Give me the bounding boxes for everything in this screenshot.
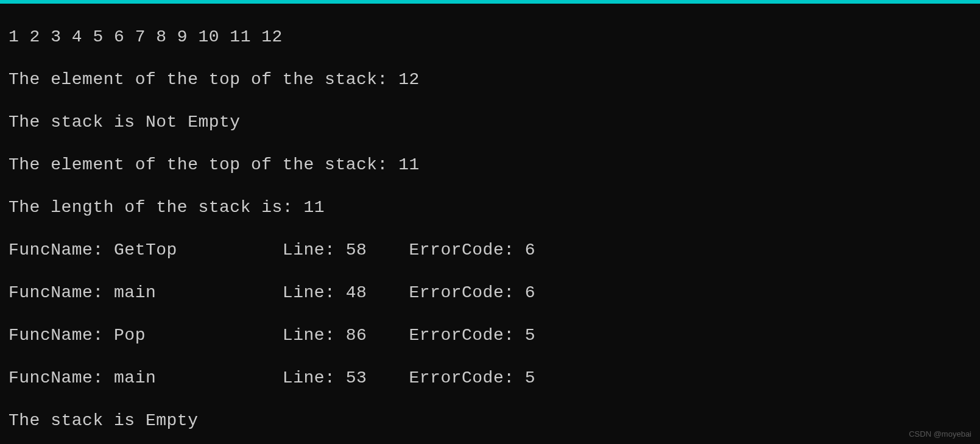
output-line: The stack is Empty — [9, 410, 980, 431]
output-line: 1 2 3 4 5 6 7 8 9 10 11 12 — [9, 26, 980, 48]
output-line: FuncName: main Line: 53 ErrorCode: 5 — [9, 367, 980, 389]
output-line: FuncName: GetTop Line: 58 ErrorCode: 6 — [9, 239, 980, 261]
output-line: FuncName: Pop Line: 86 ErrorCode: 5 — [9, 325, 980, 346]
output-line: The element of the top of the stack: 11 — [9, 154, 980, 175]
terminal-output[interactable]: 1 2 3 4 5 6 7 8 9 10 11 12 The element o… — [0, 4, 980, 444]
output-line: FuncName: main Line: 48 ErrorCode: 6 — [9, 282, 980, 303]
output-line: The element of the top of the stack: 12 — [9, 69, 980, 90]
watermark-text: CSDN @moyebai — [909, 429, 971, 439]
output-line: The length of the stack is: 11 — [9, 197, 980, 218]
output-line: The stack is Not Empty — [9, 111, 980, 133]
